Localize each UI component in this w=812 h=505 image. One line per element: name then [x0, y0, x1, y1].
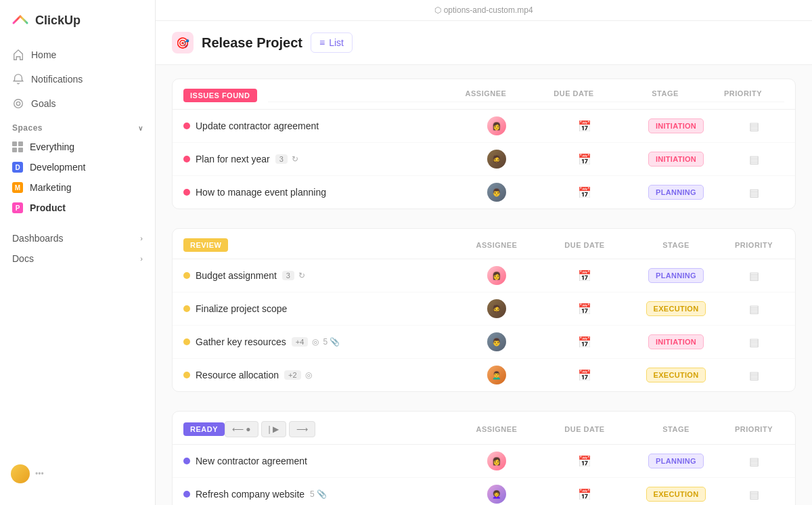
task-assignee-cell: 🧔	[453, 299, 541, 318]
section-review-header: REVIEW ASSIGNEE DUE DATE STAGE PRIORITY	[173, 229, 795, 259]
task-meta: 3 ↻	[282, 271, 305, 280]
task-due-date-cell[interactable]: 📅	[541, 488, 629, 501]
task-due-date-cell[interactable]: 📅	[541, 369, 629, 382]
sidebar-item-everything[interactable]: Everything	[5, 137, 150, 157]
nav-notifications[interactable]: Notifications	[5, 68, 150, 91]
sidebar-item-development[interactable]: D Development	[5, 157, 150, 177]
task-due-date-cell[interactable]: 📅	[541, 186, 629, 199]
sidebar-bottom: •••	[0, 454, 155, 494]
sidebar-item-marketing-label: Marketing	[30, 182, 71, 193]
task-assignee-cell: 👩	[453, 266, 541, 285]
stage-badge: EXECUTION	[646, 368, 706, 382]
task-name[interactable]: Resource allocation	[196, 370, 279, 380]
task-due-date-cell[interactable]: 📅	[541, 303, 629, 315]
section-issues-header: ISSUES FOUND ASSIGNEE DUE DATE STAGE PRI…	[173, 79, 795, 110]
col-due-date: DUE DATE	[530, 89, 618, 97]
sidebar-item-docs[interactable]: Docs ›	[0, 246, 155, 267]
task-stage-cell[interactable]: PLANNING	[629, 185, 723, 200]
task-name[interactable]: New contractor agreement	[196, 456, 307, 466]
task-priority-cell[interactable]: ▤	[723, 336, 784, 349]
avatar: 👨‍🦱	[487, 366, 506, 385]
task-due-date-cell[interactable]: 📅	[541, 269, 629, 282]
user-status-dot: •••	[35, 469, 44, 479]
task-stage-cell[interactable]: INITIATION	[629, 152, 723, 167]
table-row: New contractor agreement 👩 📅 PLANNING ▤	[173, 445, 795, 478]
toolbar-btn-1[interactable]: ⟵ ●	[225, 421, 258, 437]
calendar-icon: 📅	[578, 336, 591, 349]
task-stage-cell[interactable]: EXECUTION	[629, 487, 723, 502]
task-name[interactable]: Budget assignment	[196, 270, 277, 281]
nav-home[interactable]: Home	[5, 43, 150, 66]
logo-area: ClickUp	[0, 11, 155, 43]
task-stage-cell[interactable]: EXECUTION	[629, 301, 723, 316]
toolbar-btn-2[interactable]: | ▶	[261, 421, 286, 437]
calendar-icon: 📅	[578, 455, 591, 468]
task-stage-cell[interactable]: PLANNING	[629, 454, 723, 468]
task-name[interactable]: Plan for next year	[196, 154, 270, 164]
task-due-date-cell[interactable]: 📅	[541, 336, 629, 349]
priority-icon: ▤	[749, 153, 759, 166]
task-meta: 3 ↻	[275, 154, 298, 164]
nav-goals[interactable]: Goals	[5, 92, 150, 115]
task-name[interactable]: Gather key resources	[196, 336, 286, 347]
task-due-date-cell[interactable]: 📅	[541, 455, 629, 468]
task-count: 3	[282, 271, 294, 280]
calendar-icon: 📅	[578, 153, 591, 166]
svg-point-0	[14, 100, 23, 108]
ready-badge: READY	[183, 422, 225, 436]
task-stage-cell[interactable]: EXECUTION	[629, 368, 723, 382]
sidebar-item-marketing[interactable]: M Marketing	[5, 177, 150, 198]
list-view-tab[interactable]: ≡ List	[311, 32, 353, 53]
sidebar-item-product-label: Product	[30, 202, 66, 213]
avatar: 👨	[487, 332, 506, 351]
refresh-icon: ↻	[298, 271, 305, 280]
task-priority-cell[interactable]: ▤	[723, 455, 784, 468]
task-stage-cell[interactable]: INITIATION	[629, 334, 723, 349]
spaces-label: Spaces	[12, 123, 43, 133]
toolbar-btn-3[interactable]: ⟶	[289, 421, 315, 437]
task-priority-cell[interactable]: ▤	[723, 303, 784, 315]
dashboards-arrow-icon: ›	[140, 234, 143, 242]
task-priority-cell[interactable]: ▤	[723, 369, 784, 382]
priority-icon: ▤	[749, 269, 759, 282]
spaces-chevron-icon[interactable]: ∨	[138, 125, 143, 132]
refresh-icon: ↻	[292, 154, 298, 164]
task-meta: +2 ◎	[284, 370, 312, 380]
task-name-cell: Update contractor agreement	[183, 120, 453, 131]
sidebar-item-product[interactable]: P Product	[5, 198, 150, 218]
stage-badge: EXECUTION	[646, 301, 706, 316]
user-avatar[interactable]	[11, 464, 30, 483]
task-stage-cell[interactable]: INITIATION	[629, 118, 723, 133]
table-row: Refresh company website 5 📎 👩‍🦱 📅 EXECUT…	[173, 478, 795, 505]
task-priority-cell[interactable]: ▤	[723, 269, 784, 282]
task-priority-cell[interactable]: ▤	[723, 488, 784, 501]
task-priority-cell[interactable]: ▤	[723, 120, 784, 133]
task-name[interactable]: Finalize project scope	[196, 303, 287, 314]
task-name[interactable]: How to manage event planning	[196, 187, 326, 198]
task-name[interactable]: Refresh company website	[196, 489, 304, 500]
task-stage-cell[interactable]: PLANNING	[629, 268, 723, 283]
sidebar-item-dashboards[interactable]: Dashboards ›	[0, 226, 155, 246]
project-title: Release Project	[202, 35, 302, 51]
calendar-icon: 📅	[578, 186, 591, 199]
task-priority-cell[interactable]: ▤	[723, 186, 784, 199]
task-name[interactable]: Update contractor agreement	[196, 120, 319, 131]
task-extra-count: +4	[292, 337, 309, 347]
task-due-date-cell[interactable]: 📅	[541, 120, 629, 133]
table-row: Update contractor agreement 👩 📅 INITIATI…	[173, 110, 795, 143]
ready-toolbar: ⟵ ● | ▶ ⟶	[225, 421, 315, 437]
task-priority-cell[interactable]: ▤	[723, 153, 784, 166]
col-priority-ready: PRIORITY	[723, 425, 784, 433]
priority-icon: ▤	[749, 369, 759, 382]
priority-icon: ▤	[749, 488, 759, 501]
table-row: Budget assignment 3 ↻ 👩 📅 PLANNING ▤	[173, 259, 795, 292]
goals-icon	[12, 97, 24, 110]
task-assignee-cell: 👩	[453, 452, 541, 470]
task-status-dot	[183, 189, 190, 196]
task-due-date-cell[interactable]: 📅	[541, 153, 629, 166]
task-status-dot	[183, 123, 190, 129]
avatar: 🧔	[487, 299, 506, 318]
avatar: 👨	[487, 183, 506, 202]
col-due-date-ready: DUE DATE	[541, 425, 629, 433]
avatar: 👩	[487, 266, 506, 285]
